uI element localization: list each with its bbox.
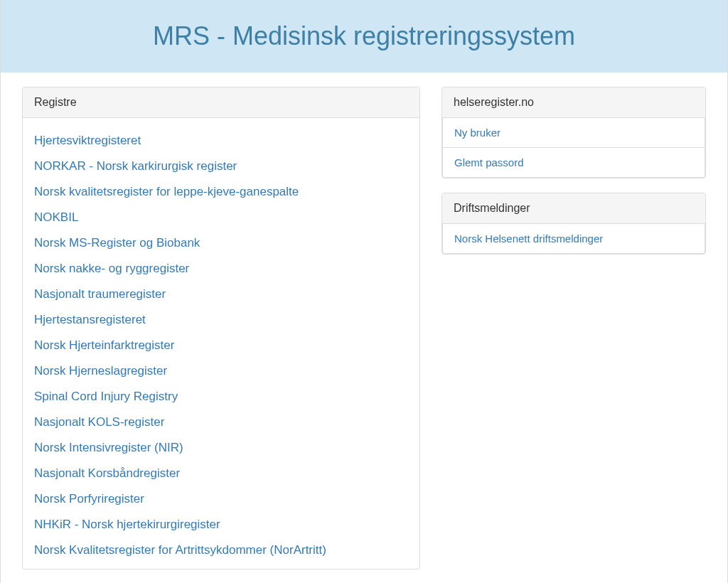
page-wrapper: MRS - Medisinsk registreringssystem Regi… [0, 0, 728, 583]
registre-heading: Registre [23, 87, 419, 118]
registre-body: Hjertesviktregisteret NORKAR - Norsk kar… [23, 118, 419, 569]
driftsmelding-link[interactable]: Norsk Helsenett driftsmeldinger [442, 224, 705, 254]
new-user-link[interactable]: Ny bruker [442, 118, 705, 148]
register-link[interactable]: Nasjonalt KOLS-register [34, 410, 408, 435]
register-link[interactable]: NOKBIL [34, 205, 408, 230]
side-column: helseregister.no Ny bruker Glemt passord… [441, 87, 706, 583]
register-link[interactable]: Norsk kvalitetsregister for leppe-kjeve-… [34, 179, 408, 205]
content-row: Registre Hjertesviktregisteret NORKAR - … [1, 73, 727, 583]
driftsmeldinger-panel: Driftsmeldinger Norsk Helsenett driftsme… [441, 193, 706, 255]
forgot-password-link[interactable]: Glemt passord [442, 148, 705, 178]
register-link[interactable]: Norsk Kvalitetsregister for Artrittsykdo… [34, 537, 408, 563]
register-link[interactable]: Norsk nakke- og ryggregister [34, 256, 408, 282]
helseregister-heading: helseregister.no [442, 87, 705, 118]
register-link[interactable]: Nasjonalt Korsbåndregister [34, 461, 408, 486]
page-header: MRS - Medisinsk registreringssystem [1, 0, 727, 73]
register-link[interactable]: NORKAR - Norsk karkirurgisk register [34, 154, 408, 179]
register-link[interactable]: Norsk Porfyriregister [34, 486, 408, 512]
register-link[interactable]: Norsk Intensivregister (NIR) [34, 435, 408, 461]
main-column: Registre Hjertesviktregisteret NORKAR - … [22, 87, 420, 583]
register-link[interactable]: Nasjonalt traumeregister [34, 282, 408, 307]
register-link[interactable]: Hjertesviktregisteret [34, 128, 408, 154]
helseregister-panel: helseregister.no Ny bruker Glemt passord [441, 87, 706, 178]
register-link[interactable]: NHKiR - Norsk hjertekirurgiregister [34, 512, 408, 537]
register-link[interactable]: Hjertestansregisteret [34, 307, 408, 333]
register-link[interactable]: Norsk Hjerneslagregister [34, 358, 408, 384]
page-title: MRS - Medisinsk registreringssystem [15, 21, 713, 51]
driftsmeldinger-heading: Driftsmeldinger [442, 193, 705, 224]
register-link[interactable]: Spinal Cord Injury Registry [34, 384, 408, 410]
register-link[interactable]: Norsk MS-Register og Biobank [34, 230, 408, 256]
registre-panel: Registre Hjertesviktregisteret NORKAR - … [22, 87, 420, 569]
register-link[interactable]: Norsk Hjerteinfarktregister [34, 333, 408, 358]
